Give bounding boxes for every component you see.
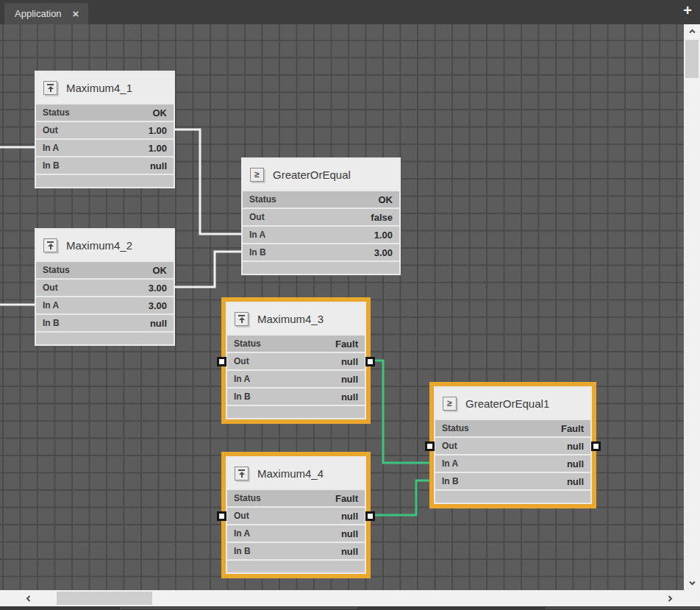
port-handle-out-left[interactable]: [425, 441, 435, 451]
node-footer: [227, 405, 365, 418]
node-header: Maximum4_1: [36, 72, 174, 103]
wire-maximum4-4-out-to-greaterorequal1-inb[interactable]: [366, 480, 435, 515]
pin-row-in-b[interactable]: In B null: [36, 156, 174, 174]
pin-value: OK: [153, 265, 168, 276]
node-maximum4-4[interactable]: Maximum4_4 Status Fault Out null In A nu…: [226, 456, 366, 574]
scroll-up-button[interactable]: [684, 24, 700, 39]
port-handle-out-right[interactable]: [591, 441, 601, 451]
pin-row-in-a[interactable]: In A null: [435, 454, 590, 472]
pin-label: Status: [234, 338, 261, 349]
diagram-canvas[interactable]: Maximum4_1 Status OK Out 1.00 In A 1.00 …: [0, 24, 684, 590]
node-maximum4-3[interactable]: Maximum4_3 Status Fault Out null In A nu…: [226, 302, 366, 419]
pin-row-in-b[interactable]: In B null: [435, 472, 590, 489]
pin-value: 1.00: [149, 125, 167, 136]
close-icon[interactable]: ×: [73, 8, 79, 19]
pin-row-in-a[interactable]: In A 1.00: [36, 138, 174, 156]
pin-row-status[interactable]: Status OK: [36, 260, 174, 278]
port-handle-out-left[interactable]: [217, 357, 226, 366]
pin-value: null: [150, 160, 167, 171]
vertical-scrollbar-thumb[interactable]: [685, 40, 699, 78]
pin-row-out[interactable]: Out false: [243, 208, 399, 225]
pin-label: In A: [234, 374, 250, 384]
pin-row-status[interactable]: Status Fault: [435, 419, 590, 436]
pin-row-in-a[interactable]: In A null: [227, 524, 365, 542]
pin-value: null: [567, 458, 584, 469]
node-maximum4-1[interactable]: Maximum4_1 Status OK Out 1.00 In A 1.00 …: [35, 71, 175, 188]
node-title: GreaterOrEqual1: [465, 397, 549, 410]
pin-value: null: [567, 441, 584, 452]
pin-row-out[interactable]: Out null: [227, 506, 365, 524]
node-header: Maximum4_2: [36, 230, 174, 260]
pin-value: null: [341, 546, 358, 557]
pin-row-in-b[interactable]: In B null: [227, 387, 365, 405]
horizontal-scrollbar-thumb[interactable]: [57, 592, 152, 605]
pin-value: Fault: [335, 493, 358, 504]
pin-value: 3.00: [149, 283, 167, 294]
pin-label: Status: [234, 493, 261, 503]
pin-row-in-a[interactable]: In A null: [227, 369, 365, 387]
pin-label: Out: [234, 511, 249, 521]
maximum-icon: [43, 81, 57, 95]
pin-value: OK: [153, 107, 168, 118]
scroll-left-button[interactable]: [21, 590, 37, 606]
node-title: Maximum4_3: [257, 313, 324, 325]
pin-label: In A: [43, 300, 59, 311]
bottom-edge: [0, 606, 700, 610]
port-handle-out-left[interactable]: [217, 511, 226, 521]
maximum-icon: [235, 312, 249, 326]
node-header: Maximum4_3: [227, 303, 365, 334]
pin-label: Status: [43, 265, 70, 275]
pin-label: Status: [249, 194, 276, 205]
scrollbar-corner: [684, 590, 700, 606]
node-maximum4-2[interactable]: Maximum4_2 Status OK Out 3.00 In A 3.00 …: [35, 228, 175, 346]
pin-label: Status: [43, 107, 70, 118]
horizontal-scrollbar[interactable]: [0, 590, 684, 606]
pin-label: Out: [442, 441, 457, 451]
pin-row-in-b[interactable]: In B 3.00: [243, 243, 399, 260]
pin-row-in-a[interactable]: In A 1.00: [243, 225, 399, 243]
pin-value: Fault: [335, 338, 358, 350]
node-title: Maximum4_4: [257, 467, 324, 480]
scroll-right-button[interactable]: [662, 590, 678, 606]
pin-row-in-a[interactable]: In A 3.00: [36, 296, 174, 313]
pin-label: In A: [43, 143, 59, 153]
pin-row-status[interactable]: Status OK: [36, 103, 174, 121]
node-footer: [36, 174, 174, 187]
pin-row-in-b[interactable]: In B null: [36, 313, 174, 331]
add-tab-button[interactable]: +: [680, 1, 695, 19]
tab-application[interactable]: Application ×: [4, 3, 88, 24]
pin-row-out[interactable]: Out 3.00: [36, 278, 174, 296]
pin-label: In B: [43, 318, 60, 328]
wire-maximum4-1-out-to-greaterorequal-ina[interactable]: [175, 130, 243, 234]
pin-row-status[interactable]: Status Fault: [227, 334, 365, 352]
pin-row-in-b[interactable]: In B null: [227, 542, 365, 559]
pin-value: null: [150, 318, 167, 329]
pin-label: Status: [442, 423, 469, 433]
port-handle-out-right[interactable]: [365, 357, 375, 366]
pin-row-out[interactable]: Out 1.00: [36, 121, 174, 138]
tab-bar: Application × +: [0, 0, 700, 24]
node-footer: [227, 559, 365, 572]
node-greaterorequal[interactable]: ≥ GreaterOrEqual Status OK Out false In …: [241, 157, 401, 275]
pin-value: null: [341, 374, 358, 385]
pin-label: Out: [249, 212, 265, 222]
wire-maximum4-2-out-to-greaterorequal-inb[interactable]: [175, 252, 243, 287]
pin-value: OK: [379, 194, 393, 205]
application-window: Application × + Maximum4_1 Status OK: [0, 0, 700, 610]
pin-label: In B: [249, 247, 266, 258]
pin-value: null: [567, 476, 584, 487]
scroll-down-button[interactable]: [684, 575, 700, 590]
pin-value: null: [341, 511, 358, 522]
pin-label: In A: [442, 458, 458, 469]
pin-value: null: [341, 528, 358, 539]
pin-row-out[interactable]: Out null: [227, 352, 365, 369]
pin-row-status[interactable]: Status Fault: [227, 489, 365, 506]
pin-row-status[interactable]: Status OK: [243, 190, 399, 208]
pin-row-out[interactable]: Out null: [435, 436, 590, 454]
node-header: ≥ GreaterOrEqual: [243, 159, 399, 190]
node-header: Maximum4_4: [227, 458, 365, 489]
node-title: Maximum4_2: [66, 239, 132, 252]
port-handle-out-right[interactable]: [365, 511, 375, 521]
node-greaterorequal1[interactable]: ≥ GreaterOrEqual1 Status Fault Out null …: [434, 386, 592, 504]
vertical-scrollbar[interactable]: [684, 24, 700, 590]
